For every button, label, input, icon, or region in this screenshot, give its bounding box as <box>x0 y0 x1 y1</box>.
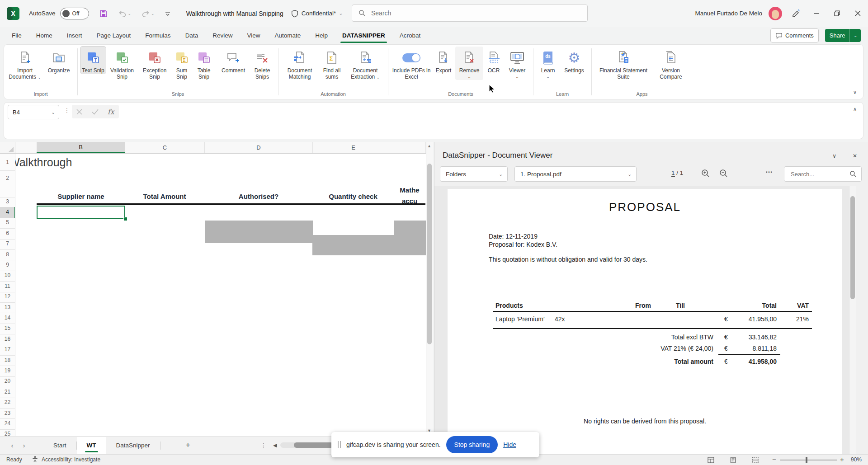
zoom-in-button[interactable]: + <box>840 456 844 463</box>
find-all-sums-button[interactable]: Σ Find all sums <box>318 47 345 80</box>
financial-statement-suite-button[interactable]: Financial Statement Suite <box>594 47 652 80</box>
add-sheet-button[interactable]: + <box>186 441 191 450</box>
text-snip-button[interactable]: T Text Snip <box>80 47 106 74</box>
enter-icon[interactable] <box>92 109 99 115</box>
folders-dropdown[interactable]: Folders ⌄ <box>440 166 508 182</box>
tab-help[interactable]: Help <box>314 30 329 41</box>
validation-snip-button[interactable]: Validation Snip <box>106 47 138 80</box>
tab-automate[interactable]: Automate <box>274 30 302 41</box>
settings-button[interactable]: ⚙ Settings <box>560 47 589 74</box>
row-header-18[interactable]: 18 <box>0 357 15 363</box>
horizontal-scrollbar-thumb[interactable] <box>294 442 334 448</box>
zoom-out-icon[interactable] <box>719 169 728 179</box>
search-input[interactable] <box>370 9 571 17</box>
save-icon[interactable] <box>99 9 108 18</box>
row-header-6[interactable]: 6 <box>0 230 15 236</box>
namebox-drag-handle[interactable]: ⋮ <box>64 107 70 114</box>
tab-review[interactable]: Review <box>212 30 233 41</box>
include-pdfs-toggle[interactable] <box>402 50 421 66</box>
viewer-button[interactable]: Viewer⌄ <box>504 47 530 80</box>
cancel-icon[interactable] <box>76 109 82 115</box>
insert-function-icon[interactable]: fx <box>108 108 114 116</box>
zoom-slider[interactable] <box>780 460 837 460</box>
panel-collapse-icon[interactable]: ∨ <box>832 153 836 159</box>
panel-close-icon[interactable]: ✕ <box>853 153 857 159</box>
collapse-ribbon-icon[interactable]: ∨ <box>853 89 857 95</box>
table-snip-button[interactable]: Table Snip <box>193 47 215 80</box>
grid-vertical-scrollbar-thumb[interactable] <box>427 164 432 344</box>
row-header-17[interactable]: 17 <box>0 346 15 352</box>
name-box[interactable]: B4 ⌄ <box>8 105 59 119</box>
row-header-22[interactable]: 22 <box>0 399 15 405</box>
comment-button[interactable]: Comment <box>217 47 249 74</box>
row-header-16[interactable]: 16 <box>0 336 15 342</box>
chevron-down-icon[interactable]: ⌄ <box>52 110 55 115</box>
tab-page-layout[interactable]: Page Layout <box>96 30 132 41</box>
zoom-slider-knob[interactable] <box>806 457 807 463</box>
row-header-23[interactable]: 23 <box>0 410 15 416</box>
chevron-down-icon[interactable]: ⌄ <box>850 33 861 38</box>
sheet-grid[interactable]: Walkthrough Supplier name Total Amount A… <box>15 154 426 436</box>
select-all-corner[interactable] <box>0 142 15 154</box>
user-name[interactable]: Manuel Furtado De Melo <box>695 10 762 17</box>
close-button[interactable] <box>847 5 868 23</box>
splitter-handle-icon[interactable]: ⋮ <box>260 442 267 449</box>
row-header-15[interactable]: 15 <box>0 325 15 331</box>
scroll-up-icon[interactable]: ▲ <box>427 144 431 148</box>
pdf-page[interactable]: PROPOSAL Date: 12-11-2019 Proposal for: … <box>448 189 842 454</box>
redo-icon[interactable]: ⌄ <box>141 9 155 18</box>
titlebar-search[interactable] <box>352 5 588 22</box>
sheet-nav-left-icon[interactable]: ‹ <box>6 442 18 449</box>
row-header-20[interactable]: 20 <box>0 378 15 384</box>
panel-scrollbar-thumb[interactable] <box>850 196 855 299</box>
avatar[interactable] <box>769 7 782 20</box>
restore-button[interactable] <box>826 5 847 23</box>
row-header-2[interactable]: 2 <box>0 175 15 181</box>
sheet-nav-right-icon[interactable]: › <box>18 442 30 449</box>
selected-cell-b4[interactable] <box>37 206 125 219</box>
document-extraction-button[interactable]: Document Extraction ⌄ <box>345 47 385 80</box>
version-compare-button[interactable]: Version Compare <box>652 47 689 80</box>
import-documents-button[interactable]: Import Documents ⌄ <box>7 47 43 80</box>
row-header-4[interactable]: 4 <box>0 209 15 215</box>
page-layout-view-icon[interactable] <box>730 457 736 465</box>
sheet-tab-start[interactable]: Start <box>43 437 76 454</box>
page-number-input[interactable]: 1 <box>671 169 675 177</box>
page-break-view-icon[interactable] <box>752 457 759 465</box>
hscroll-left-icon[interactable]: ◀ <box>273 442 277 448</box>
remove-button[interactable]: Remove⌄ <box>455 47 483 80</box>
drag-handle-icon[interactable] <box>338 441 341 448</box>
row-header-14[interactable]: 14 <box>0 315 15 321</box>
page-indicator[interactable]: 1 / 1 <box>671 169 683 176</box>
fill-handle[interactable] <box>123 217 127 221</box>
accessibility-icon[interactable] <box>32 456 38 464</box>
row-header-1[interactable]: 1 <box>0 159 15 165</box>
organize-button[interactable]: Organize <box>43 47 75 74</box>
more-options-icon[interactable]: … <box>765 166 773 174</box>
document-viewer-area[interactable]: PROPOSAL Date: 12-11-2019 Proposal for: … <box>434 186 849 454</box>
tab-view[interactable]: View <box>246 30 261 41</box>
tab-datasnipper[interactable]: DATASNIPPER <box>341 30 386 41</box>
hide-link[interactable]: Hide <box>503 441 516 448</box>
sheet-tab-wt[interactable]: WT <box>77 437 106 454</box>
row-header-7[interactable]: 7 <box>0 240 15 247</box>
row-header-21[interactable]: 21 <box>0 389 15 395</box>
tab-formulas[interactable]: Formulas <box>144 30 171 41</box>
column-header-d[interactable]: D <box>205 142 313 153</box>
row-header-11[interactable]: 11 <box>0 283 15 289</box>
panel-search[interactable] <box>784 166 862 182</box>
comments-button[interactable]: Comments <box>770 28 819 42</box>
export-button[interactable]: Export <box>432 47 455 74</box>
row-header-19[interactable]: 19 <box>0 367 15 374</box>
sensitivity-label[interactable]: Confidential* ⌄ <box>291 9 343 18</box>
row-header-13[interactable]: 13 <box>0 304 15 310</box>
share-button[interactable]: Share ⌄ <box>825 29 861 42</box>
row-header-3[interactable]: 3 <box>0 198 15 205</box>
collapse-formula-bar-icon[interactable]: ∧ <box>853 106 857 112</box>
column-header-b[interactable]: B <box>37 142 125 153</box>
minimize-button[interactable] <box>806 5 826 23</box>
row-header-9[interactable]: 9 <box>0 262 15 268</box>
ocr-button[interactable]: OCR <box>483 47 504 74</box>
sum-snip-button[interactable]: Σ Sum Snip <box>171 47 193 80</box>
zoom-level[interactable]: 90% <box>851 456 862 463</box>
